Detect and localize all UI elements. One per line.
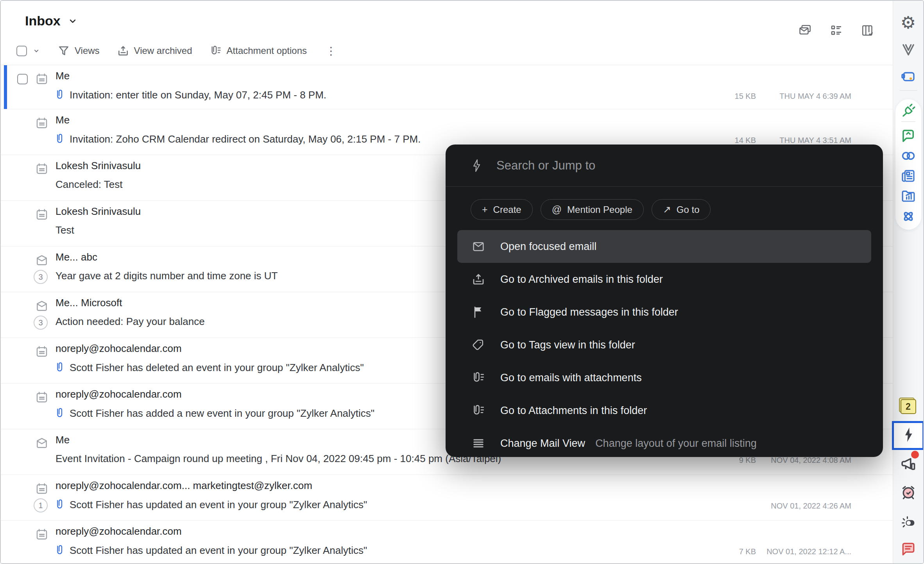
email-subject: Invitation: enter title on Sunday, May 0… [70, 89, 326, 101]
palette-item-label: Go to emails with attachments [500, 372, 642, 384]
folder-analytics-icon[interactable] [900, 187, 917, 204]
feedback-chat-icon[interactable] [900, 541, 917, 558]
search-placeholder: Search or Jump to [496, 159, 595, 173]
email-size: 14 KB [735, 136, 756, 145]
archive-icon [471, 272, 485, 286]
announcements-icon[interactable] [899, 455, 917, 473]
attachment-icon [471, 403, 485, 418]
attachment-icon [471, 371, 485, 385]
page-title: Inbox [25, 13, 61, 29]
quick-actions-selected[interactable] [892, 421, 924, 450]
sticky-notes-icon[interactable]: 2 [901, 399, 916, 414]
chevron-down-icon[interactable] [68, 16, 78, 26]
email-subject: Test [56, 224, 74, 236]
palette-item[interactable]: Go to Archived emails in this folder [457, 263, 871, 296]
column-view-icon[interactable] [861, 23, 875, 37]
reading-pane-icon[interactable] [798, 23, 812, 37]
email-date: NOV 04, 2022 4:08 AM [771, 456, 851, 465]
zoho-clip-icon[interactable] [900, 41, 917, 58]
tag-icon [471, 338, 485, 352]
dark-mode-toggle-icon[interactable] [900, 514, 917, 530]
attachment-icon [56, 361, 65, 374]
list-toolbar: Views View archived Attachment options ⋮ [16, 41, 337, 60]
email-sender: Lokesh Srinivasulu [56, 205, 141, 218]
select-options-chevron-icon[interactable] [32, 47, 40, 55]
folder-title[interactable]: Inbox [25, 13, 78, 29]
attachment-icon [56, 498, 65, 511]
menu-lines-icon [471, 436, 485, 450]
palette-chip-label: Create [493, 204, 521, 215]
palette-chip[interactable]: @ Mention People [541, 199, 644, 220]
thread-count-badge: 3 [34, 316, 48, 330]
palette-search-input[interactable]: Search or Jump to [446, 145, 883, 187]
link-chain-icon[interactable] [900, 148, 917, 164]
lightning-bolt-icon [901, 426, 916, 445]
email-sender: Me... Microsoft [56, 297, 122, 309]
palette-item[interactable]: Change Mail View Change layout of your e… [457, 427, 871, 457]
email-subject: Action needed: Pay your balance [56, 316, 205, 328]
email-size: 9 KB [739, 456, 756, 465]
envelope-icon [471, 239, 485, 253]
calendar-icon [35, 345, 48, 358]
plug-connector-icon[interactable] [900, 102, 917, 119]
email-sender: noreply@zohocalendar.com [56, 525, 182, 537]
attachment-options-button[interactable]: Attachment options [210, 45, 307, 57]
email-size: 15 KB [735, 92, 756, 101]
chat-reply-icon[interactable] [900, 127, 917, 144]
attachment-icon [56, 133, 65, 145]
wallet-icon[interactable] [900, 68, 917, 84]
attachment-options-icon [210, 45, 222, 57]
email-sender: noreply@zohocalendar.com... marketingtes… [56, 480, 312, 492]
email-subject: Scott Fisher has updated an event in you… [70, 544, 367, 557]
calendar-icon [35, 482, 48, 495]
palette-chip[interactable]: ↗ Go to [652, 199, 711, 220]
more-options-icon[interactable]: ⋮ [326, 45, 337, 57]
email-sender: noreply@zohocalendar.com [56, 343, 182, 355]
list-view-icon[interactable] [829, 23, 843, 37]
palette-item[interactable]: Open focused emaill [457, 230, 871, 263]
email-sender: noreply@zohocalendar.com [56, 388, 182, 400]
email-subject: Invitation: Zoho CRM Calendar redirect o… [70, 133, 421, 145]
email-date: THU MAY 4 6:39 AM [779, 92, 851, 101]
sticky-note-count: 2 [906, 402, 911, 412]
thread-count-badge: 1 [34, 498, 48, 512]
palette-item-label: Go to Archived emails in this folder [500, 273, 663, 286]
email-row-checkbox[interactable] [17, 74, 28, 84]
newsletter-icon[interactable] [900, 168, 917, 184]
app-window: Inbox Views [0, 0, 924, 564]
email-subject: Scott Fisher has deleted an event in you… [70, 362, 364, 374]
email-subject: Scott Fisher has added a new event in yo… [70, 407, 374, 419]
thread-count-badge: 3 [34, 270, 48, 284]
views-button[interactable]: Views [57, 45, 100, 57]
right-sidebar: ⚙ 2 [893, 1, 923, 563]
panel-divider [901, 121, 915, 122]
view-archived-button[interactable]: View archived [117, 45, 192, 57]
view-archived-label: View archived [134, 45, 192, 56]
email-row[interactable]: noreply@zohocalendar.com... marketingtes… [1, 475, 893, 521]
command-palette: Search or Jump to + Create @ Mention Peo… [446, 145, 883, 457]
email-row[interactable]: noreply@zohocalendar.com Scott Fisher ha… [1, 521, 893, 564]
palette-item[interactable]: Go to Attachments in this folder [457, 394, 871, 427]
funnel-icon [57, 45, 70, 57]
envelope-icon [35, 436, 48, 450]
reminder-clock-icon[interactable] [900, 484, 917, 501]
email-subject: Scott Fisher has updated an event in you… [70, 499, 367, 511]
apps-pinwheel-icon[interactable] [900, 208, 917, 225]
attachment-icon [56, 89, 65, 101]
settings-gear-icon[interactable]: ⚙ [901, 14, 916, 31]
calendar-icon [35, 208, 48, 221]
selected-row-accent [4, 65, 7, 109]
email-sender: Me [56, 70, 70, 82]
palette-chip[interactable]: + Create [471, 199, 533, 220]
select-all-checkbox[interactable] [16, 46, 27, 56]
email-row[interactable]: Me Invitation: enter title on Sunday, Ma… [1, 65, 893, 109]
calendar-icon [35, 528, 48, 541]
palette-item-label: Go to Flagged messages in this folder [500, 306, 678, 318]
palette-item[interactable]: Go to Flagged messages in this folder [457, 296, 871, 328]
palette-item[interactable]: Go to Tags view in this folder [457, 328, 871, 361]
envelope-icon [35, 253, 48, 267]
palette-item[interactable]: Go to emails with attachments [457, 361, 871, 394]
calendar-icon [35, 162, 48, 175]
email-sender: Me [56, 114, 70, 126]
palette-item-label: Go to Attachments in this folder [500, 405, 647, 417]
